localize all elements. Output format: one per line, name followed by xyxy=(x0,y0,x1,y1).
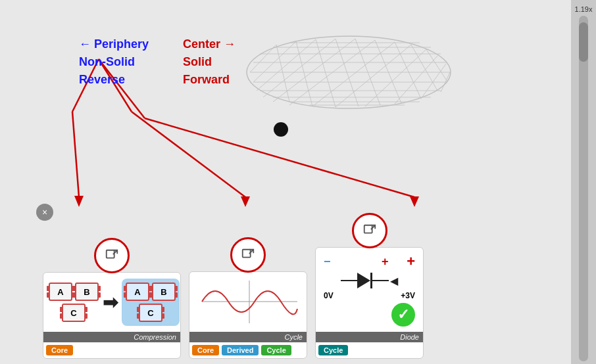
svg-line-24 xyxy=(296,41,312,106)
tag-cycle-green: Cycle xyxy=(261,345,291,355)
label-solid: Solid xyxy=(183,54,212,70)
label-forward: Forward xyxy=(183,72,230,88)
svg-line-22 xyxy=(441,72,450,92)
svg-line-28 xyxy=(375,40,401,103)
scrollbar-track[interactable] xyxy=(579,16,588,361)
svg-marker-37 xyxy=(410,196,419,207)
compression-external-link-button[interactable] xyxy=(94,238,130,273)
svg-line-30 xyxy=(411,45,437,91)
svg-line-14 xyxy=(263,39,335,97)
external-link-icon-2 xyxy=(241,248,255,262)
tag-core-1: Core xyxy=(46,345,73,355)
cycle-tags: Core Derived Cycle xyxy=(189,342,307,358)
reference-dot xyxy=(274,122,288,137)
svg-marker-35 xyxy=(241,196,250,207)
cycle-label: Cycle xyxy=(189,332,307,342)
svg-line-26 xyxy=(335,39,359,106)
svg-line-27 xyxy=(355,39,380,105)
svg-line-21 xyxy=(421,64,446,99)
external-link-icon-3 xyxy=(362,223,377,238)
diode-line-left xyxy=(341,280,357,281)
plus-red-icon: + xyxy=(407,253,415,270)
svg-line-32 xyxy=(72,112,79,197)
label-center: Center → xyxy=(183,36,236,53)
diode-triangle xyxy=(357,273,370,288)
tag-core-2: Core xyxy=(192,345,219,355)
voltage-left: 0V xyxy=(324,291,334,300)
svg-line-17 xyxy=(312,42,395,106)
svg-point-0 xyxy=(247,36,451,108)
card-diode: − + + ◀ 0V xyxy=(315,247,424,359)
compression-label: Compression xyxy=(43,332,180,342)
svg-line-31 xyxy=(426,49,447,81)
checkmark-circle: ✓ xyxy=(391,303,415,327)
arrow-symbol: ➡ xyxy=(103,292,118,313)
svg-line-20 xyxy=(395,56,437,104)
svg-line-29 xyxy=(395,42,421,99)
svg-line-11 xyxy=(250,45,276,72)
svg-marker-33 xyxy=(74,196,84,207)
label-reverse: Reverse xyxy=(79,72,125,88)
cycle-external-link-button[interactable] xyxy=(230,237,266,273)
zoom-label: 1.19x xyxy=(575,5,593,13)
minus-label: − xyxy=(324,255,331,269)
svg-line-23 xyxy=(276,45,289,102)
diode-external-link-button[interactable] xyxy=(352,213,387,248)
external-link-icon xyxy=(105,248,119,263)
compression-tags: Core xyxy=(43,342,180,358)
svg-line-12 xyxy=(253,41,296,82)
diode-line-right xyxy=(372,280,389,281)
tag-cycle-teal: Cycle xyxy=(318,345,348,355)
scrollbar-thumb[interactable] xyxy=(579,22,588,62)
svg-line-19 xyxy=(365,49,426,106)
tag-derived: Derived xyxy=(222,345,259,355)
voltage-right: +3V xyxy=(401,291,415,300)
compression-diagram-after: A B xyxy=(122,279,180,326)
diode-tags: Cycle xyxy=(316,342,423,358)
svg-line-25 xyxy=(316,39,335,107)
diode-label: Diode xyxy=(316,332,423,342)
card-cycle: Cycle Core Derived Cycle xyxy=(189,271,307,359)
scrollbar[interactable]: 1.19x xyxy=(571,0,596,364)
compression-diagram-before: A B xyxy=(49,283,99,322)
diode-arrow: ◀ xyxy=(390,275,398,287)
close-button[interactable]: × xyxy=(36,204,53,221)
svg-line-34 xyxy=(132,112,245,197)
label-periphery: ← Periphery xyxy=(79,36,149,53)
label-nonsolid: Non-Solid xyxy=(79,54,135,70)
main-canvas: ← Periphery Non-Solid Reverse Center → S… xyxy=(0,0,571,364)
svg-line-18 xyxy=(335,45,411,107)
svg-line-13 xyxy=(257,39,316,91)
svg-line-16 xyxy=(289,40,375,105)
svg-line-15 xyxy=(273,39,355,102)
card-compression: A B xyxy=(43,272,181,359)
plus-label: + xyxy=(382,255,389,269)
cycle-graph xyxy=(195,277,301,327)
close-icon: × xyxy=(42,207,47,217)
mesh-shape xyxy=(247,36,451,108)
